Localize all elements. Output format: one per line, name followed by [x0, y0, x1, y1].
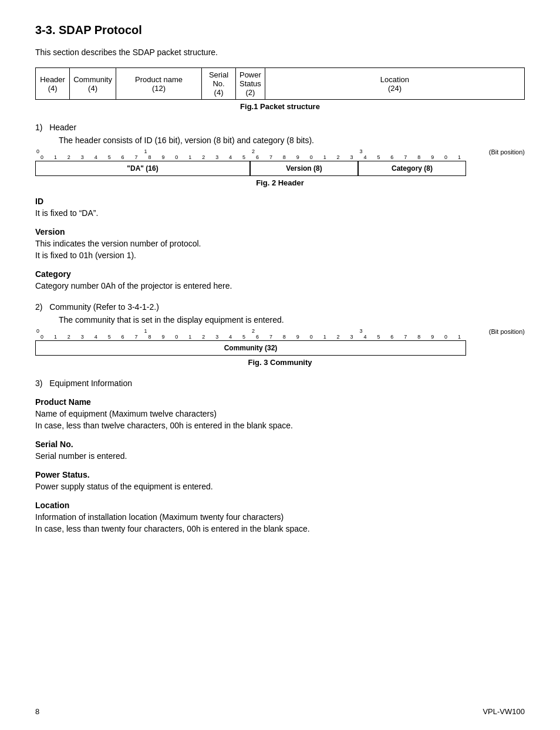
version-body2: It is fixed to 01h (version 1).	[35, 251, 525, 260]
packet-product-name-cell: Product name(12)	[116, 68, 201, 100]
equipment-section-num: 3) Equipment Information	[35, 378, 525, 388]
serial-no-heading: Serial No.	[35, 440, 525, 449]
serial-no-body: Serial number is entered.	[35, 451, 525, 461]
location-body1: Information of installation location (Ma…	[35, 512, 525, 522]
packet-table: Header(4) Community(4) Product name(12) …	[35, 67, 525, 100]
power-status-heading: Power Status.	[35, 470, 525, 479]
community-section-body: The community that is set in the display…	[59, 315, 525, 325]
fig2-caption: Fig. 2 Header	[35, 178, 525, 187]
bit-numbers-row-fig3: 0123456789 0123456789 0123456789 01	[35, 334, 466, 340]
location-heading: Location	[35, 501, 525, 510]
packet-structure-figure: Header(4) Community(4) Product name(12) …	[35, 67, 525, 111]
category-body: Category number 0Ah of the projector is …	[35, 281, 525, 290]
product-name-heading: Product Name	[35, 397, 525, 407]
fig3-bar: Community (32)	[35, 340, 466, 356]
footer-page-number: 8	[35, 707, 39, 716]
version-heading: Version	[35, 227, 525, 236]
header-section-num: 1) Header	[35, 123, 525, 132]
power-status-body: Power supply status of the equipment is …	[35, 482, 525, 491]
packet-location-cell: Location(24)	[265, 68, 524, 100]
location-body2: In case, less than twenty four character…	[35, 524, 525, 533]
packet-serial-cell: Serial No.(4)	[202, 68, 236, 100]
category-heading: Category	[35, 269, 525, 279]
footer-product: VPL-VW100	[483, 707, 525, 716]
fig2-bar: "DA" (16) Version (8) Category (8)	[35, 161, 466, 176]
community-section-num: 2) Community (Refer to 3-4-1-2.)	[35, 302, 525, 312]
bit-position-label-fig2: (Bit position)	[489, 148, 525, 156]
fig2-da-cell: "DA" (16)	[36, 161, 251, 175]
fig3-community-cell: Community (32)	[36, 341, 465, 355]
bit-numbers-row-fig2: 0123456789 0123456789 0123456789 01	[35, 154, 466, 161]
id-body: It is fixed to “DA”.	[35, 208, 525, 218]
packet-community-cell: Community(4)	[70, 68, 116, 100]
page-title: 3-3. SDAP Protocol	[35, 23, 525, 37]
packet-header-cell: Header(4)	[36, 68, 70, 100]
fig3-caption: Fig. 3 Community	[35, 358, 525, 367]
bit-position-label-fig3: (Bit position)	[489, 328, 525, 335]
product-name-body2: In case, less than twelve characters, 00…	[35, 421, 525, 430]
fig2-diagram: (Bit position) 0 1 2 3 0123456789 012345…	[35, 148, 525, 176]
id-heading: ID	[35, 197, 525, 206]
fig3-diagram: (Bit position) 0 1 2 3 0123456789 012345…	[35, 328, 525, 356]
packet-power-status-cell: PowerStatus(2)	[235, 68, 265, 100]
fig2-version-cell: Version (8)	[251, 161, 359, 175]
fig2-category-cell: Category (8)	[359, 161, 465, 175]
fig1-caption: Fig.1 Packet structure	[35, 102, 525, 111]
version-body1: This indicates the version number of pro…	[35, 239, 525, 248]
product-name-body1: Name of equipment (Maximum twelve charac…	[35, 409, 525, 418]
header-section-body: The header consists of ID (16 bit), vers…	[59, 136, 525, 145]
intro-paragraph: This section describes the SDAP packet s…	[35, 48, 525, 57]
